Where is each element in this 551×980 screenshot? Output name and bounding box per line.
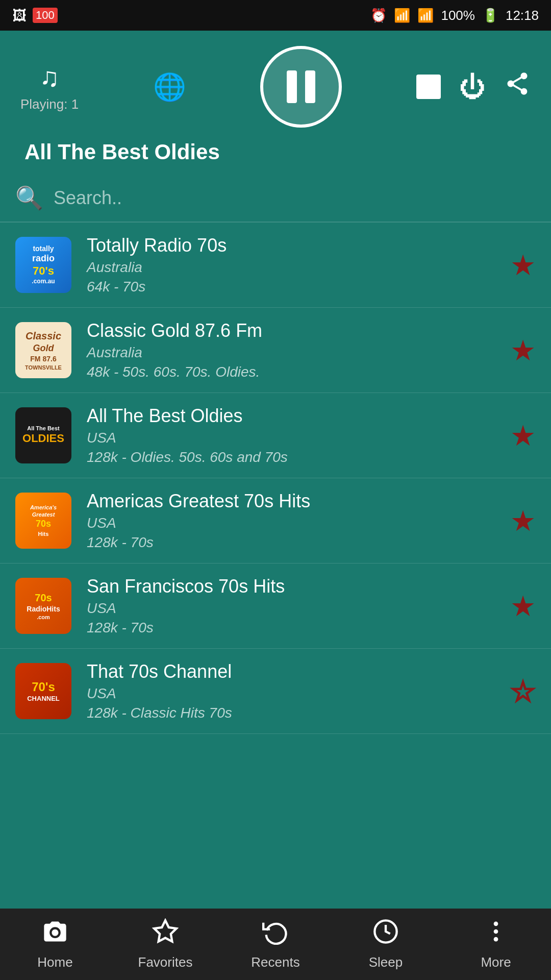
nav-more-label: More — [481, 954, 511, 970]
station-logo: All The Best OLDIES — [15, 407, 71, 463]
station-info: That 70s Channel USA 128k - Classic Hits… — [87, 661, 500, 721]
header: ♫ Playing: 1 🌐 ⏻ All The Best Oldies — [0, 31, 551, 175]
station-item[interactable]: Classic Gold FM 87.6 TOWNSVILLE Classic … — [0, 308, 551, 393]
station-item[interactable]: 70s RadioHits .com San Franciscos 70s Hi… — [0, 564, 551, 649]
station-bitrate: 128k - 70s — [87, 620, 500, 636]
favorite-star[interactable]: ★ — [510, 249, 536, 282]
nav-favorites-icon — [152, 918, 179, 950]
pause-button[interactable] — [260, 46, 342, 128]
station-name: All The Best Oldies — [87, 405, 500, 427]
power-button[interactable]: ⏻ — [459, 71, 486, 102]
favorite-star[interactable]: ★ — [510, 504, 536, 537]
station-item[interactable]: All The Best OLDIES All The Best Oldies … — [0, 393, 551, 478]
status-bar: 🖼 100 ⏰ 📶 📶 100% 🔋 12:18 — [0, 0, 551, 31]
favorite-star[interactable]: ☆ — [510, 675, 536, 708]
station-info: All The Best Oldies USA 128k - Oldies. 5… — [87, 405, 500, 465]
station-list: totally radio 70's .com.au Totally Radio… — [0, 223, 551, 734]
header-left: ♫ Playing: 1 — [20, 62, 79, 112]
nav-recents[interactable]: Recents — [220, 909, 331, 980]
nav-favorites-label: Favorites — [138, 954, 193, 970]
svg-point-4 — [494, 937, 498, 942]
station-logo: Classic Gold FM 87.6 TOWNSVILLE — [15, 322, 71, 378]
nav-recents-label: Recents — [251, 954, 299, 970]
search-icon: 🔍 — [15, 185, 43, 211]
station-country: Australia — [87, 259, 500, 276]
nav-recents-icon — [262, 918, 289, 950]
nav-sleep[interactable]: Sleep — [331, 909, 441, 980]
station-bitrate: 128k - 70s — [87, 534, 500, 551]
nav-home-label: Home — [37, 954, 72, 970]
nav-more-icon — [483, 918, 509, 950]
station-item[interactable]: America's Greatest 70s Hits Americas Gre… — [0, 478, 551, 564]
globe-icon[interactable]: 🌐 — [153, 71, 186, 103]
svg-marker-0 — [154, 920, 176, 941]
share-button[interactable] — [504, 70, 531, 103]
station-name: Totally Radio 70s — [87, 235, 500, 256]
wifi-icon: 📶 — [394, 8, 410, 23]
nav-sleep-label: Sleep — [369, 954, 403, 970]
status-left: 🖼 100 — [12, 7, 58, 24]
bottom-nav: Home Favorites Recents Sleep — [0, 909, 551, 980]
station-logo: totally radio 70's .com.au — [15, 237, 71, 293]
station-name: Classic Gold 87.6 Fm — [87, 320, 500, 341]
time-label: 12:18 — [506, 8, 539, 23]
station-info: San Franciscos 70s Hits USA 128k - 70s — [87, 576, 500, 636]
station-name: San Franciscos 70s Hits — [87, 576, 500, 597]
nav-more[interactable]: More — [441, 909, 551, 980]
battery-icon: 🔋 — [482, 8, 498, 23]
station-bitrate: 48k - 50s. 60s. 70s. Oldies. — [87, 364, 500, 380]
station-item[interactable]: 70's CHANNEL That 70s Channel USA 128k -… — [0, 649, 551, 734]
battery-label: 100% — [441, 8, 475, 23]
playing-label: Playing: 1 — [20, 96, 79, 112]
station-country: USA — [87, 515, 500, 531]
favorite-star[interactable]: ★ — [510, 590, 536, 623]
station-bitrate: 128k - Classic Hits 70s — [87, 705, 500, 721]
pause-icon — [287, 70, 315, 103]
search-input[interactable] — [54, 187, 536, 209]
share-icon — [504, 70, 531, 97]
svg-point-3 — [494, 929, 498, 934]
search-bar: 🔍 — [0, 175, 551, 223]
station-logo: 70's CHANNEL — [15, 663, 71, 719]
station-info: Americas Greatest 70s Hits USA 128k - 70… — [87, 491, 500, 551]
nav-sleep-icon — [372, 918, 399, 950]
alarm-icon: ⏰ — [370, 8, 387, 23]
photo-icon: 🖼 — [12, 7, 27, 24]
station-name: That 70s Channel — [87, 661, 500, 682]
station-logo: 70s RadioHits .com — [15, 578, 71, 634]
music-icon: ♫ — [40, 62, 60, 92]
header-controls: ♫ Playing: 1 🌐 ⏻ — [20, 46, 531, 128]
favorite-star[interactable]: ★ — [510, 334, 536, 367]
station-bitrate: 64k - 70s — [87, 279, 500, 295]
favorite-star[interactable]: ★ — [510, 419, 536, 452]
station-country: Australia — [87, 345, 500, 361]
station-item[interactable]: totally radio 70's .com.au Totally Radio… — [0, 223, 551, 308]
header-right: ⏻ — [416, 70, 531, 103]
station-info: Classic Gold 87.6 Fm Australia 48k - 50s… — [87, 320, 500, 380]
svg-point-2 — [494, 922, 498, 926]
station-logo: America's Greatest 70s Hits — [15, 493, 71, 549]
station-info: Totally Radio 70s Australia 64k - 70s — [87, 235, 500, 295]
station-name: Americas Greatest 70s Hits — [87, 491, 500, 512]
home-camera-icon — [42, 918, 68, 950]
station-bitrate: 128k - Oldies. 50s. 60s and 70s — [87, 449, 500, 465]
now-playing-title: All The Best Oldies — [20, 140, 531, 164]
station-country: USA — [87, 600, 500, 617]
nav-home[interactable]: Home — [0, 909, 110, 980]
station-country: USA — [87, 430, 500, 446]
nav-favorites[interactable]: Favorites — [110, 909, 220, 980]
station-country: USA — [87, 685, 500, 702]
stop-button[interactable] — [416, 75, 441, 99]
app-icon: 100 — [33, 8, 58, 23]
status-right: ⏰ 📶 📶 100% 🔋 12:18 — [370, 8, 539, 23]
signal-icon: 📶 — [417, 8, 434, 23]
